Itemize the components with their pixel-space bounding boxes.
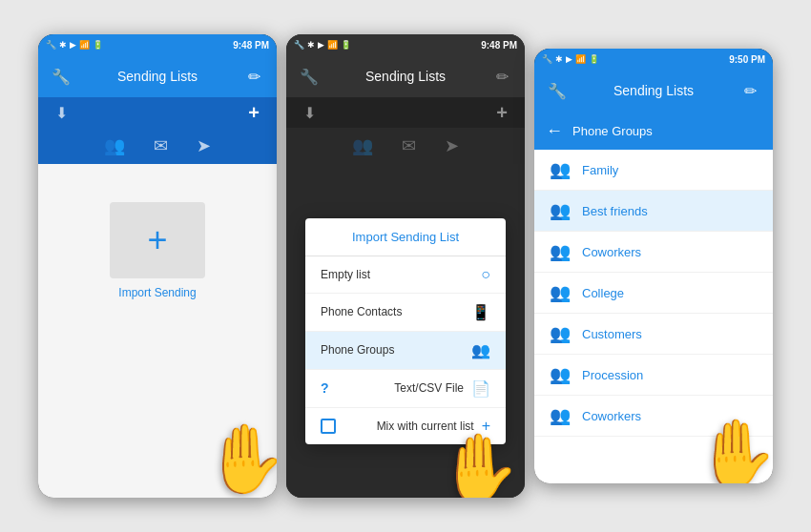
app-title-1: Sending Lists: [73, 69, 242, 84]
status-icon-bt-3: ✱: [555, 54, 563, 64]
people-icon-dialog: 👥: [471, 341, 490, 359]
status-signal-3: ▶: [566, 54, 572, 64]
app-title-3: Sending Lists: [569, 83, 738, 98]
status-battery: 🔋: [93, 40, 103, 50]
status-signal-2: ▶: [318, 40, 324, 50]
pencil-icon-3[interactable]: ✏: [738, 79, 761, 102]
status-left-1: 🔧 ✱ ▶ 📶 🔋: [46, 40, 103, 50]
second-bar-1: ⬇ +: [38, 97, 277, 128]
status-bar-2: 🔧 ✱ ▶ 📶 🔋 9:48 PM: [286, 34, 525, 55]
status-left-2: 🔧 ✱ ▶ 📶 🔋: [294, 40, 351, 50]
people-icon-bestfriends: 👥: [550, 200, 571, 221]
csv-label: Text/CSV File: [329, 381, 464, 395]
import-label-1: Import Sending: [118, 286, 196, 299]
status-bars-2: 📶: [327, 40, 338, 50]
people-icon-coworkers1: 👥: [550, 241, 571, 262]
phone-1: 🔧 ✱ ▶ 📶 🔋 9:48 PM 🔧 Sending Lists ✏ ⬇ + …: [38, 34, 277, 498]
question-icon: ?: [321, 380, 329, 396]
status-signal-bars: 📶: [79, 40, 90, 50]
people-icon-coworkers2: 👥: [550, 405, 571, 426]
people-icon-procession: 👥: [550, 364, 571, 385]
app-bar-3: 🔧 Sending Lists ✏: [534, 70, 773, 112]
tab-mail-1[interactable]: ✉: [154, 135, 168, 156]
dialog-item-groups[interactable]: Phone Groups 👥: [305, 332, 506, 370]
list-text-college: College: [582, 286, 624, 300]
plus-icon-1: +: [147, 223, 167, 257]
people-icon-customers: 👥: [550, 323, 571, 344]
back-icon-3[interactable]: ←: [546, 121, 563, 141]
list-item-coworkers2[interactable]: 👥 Coworkers: [534, 396, 773, 437]
phone-icon: 📱: [471, 303, 490, 321]
app-title-2: Sending Lists: [321, 69, 490, 84]
status-icon-wrench: 🔧: [46, 40, 56, 50]
status-icon-bt-2: ✱: [307, 40, 315, 50]
tab-bar-2: 👥 ✉ ➤: [286, 128, 525, 164]
phone-contacts-label: Phone Contacts: [321, 305, 402, 318]
dialog-item-contacts[interactable]: Phone Contacts 📱: [305, 294, 506, 332]
status-left-3: 🔧 ✱ ▶ 📶 🔋: [542, 54, 599, 64]
people-icon-family: 👥: [550, 159, 571, 180]
wrench-icon-1[interactable]: 🔧: [50, 65, 73, 88]
file-icon: 📄: [471, 379, 490, 398]
dialog-item-empty[interactable]: Empty list ○: [305, 256, 506, 294]
add-icon-1[interactable]: +: [242, 101, 265, 124]
status-battery-2: 🔋: [341, 40, 351, 50]
pencil-icon-2[interactable]: ✏: [490, 65, 513, 88]
hand-cursor-1: 🤚: [203, 419, 277, 498]
dialog-box: Import Sending List Empty list ○ Phone C…: [305, 218, 506, 444]
status-bar-3: 🔧 ✱ ▶ 📶 🔋 9:50 PM: [534, 49, 773, 70]
list-text-procession: Procession: [582, 368, 643, 382]
status-icon-bt: ✱: [59, 40, 67, 50]
import-area-1: + Import Sending: [38, 164, 277, 338]
down-icon-2[interactable]: ⬇: [298, 101, 321, 124]
status-icon-wrench-2: 🔧: [294, 40, 304, 50]
status-time-3: 9:50 PM: [729, 54, 765, 65]
list-item-family[interactable]: 👥 Family: [534, 150, 773, 191]
phone-3: 🔧 ✱ ▶ 📶 🔋 9:50 PM 🔧 Sending Lists ✏ ← Ph…: [534, 49, 773, 483]
tab-send-1[interactable]: ➤: [197, 135, 211, 156]
list-text-coworkers1: Coworkers: [582, 245, 641, 259]
status-battery-3: 🔋: [589, 54, 599, 64]
tab-send-2[interactable]: ➤: [445, 135, 459, 156]
checkbox-icon: [321, 419, 336, 434]
second-bar-2: ⬇ +: [286, 97, 525, 128]
dialog-item-csv[interactable]: ? Text/CSV File 📄: [305, 370, 506, 408]
list-item-coworkers1[interactable]: 👥 Coworkers: [534, 232, 773, 273]
screenshots-container: 🔧 ✱ ▶ 📶 🔋 9:48 PM 🔧 Sending Lists ✏ ⬇ + …: [19, 15, 792, 517]
down-icon-1[interactable]: ⬇: [50, 101, 73, 124]
list-text-family: Family: [582, 163, 618, 177]
tab-people-1[interactable]: 👥: [104, 135, 125, 156]
add-icon-2[interactable]: +: [490, 101, 513, 124]
dialog-overlay: Import Sending List Empty list ○ Phone C…: [286, 164, 525, 498]
status-icon-signal: ▶: [70, 40, 76, 50]
dialog-item-mix[interactable]: Mix with current list +: [305, 408, 506, 444]
back-title-3: Phone Groups: [572, 124, 653, 138]
mix-right-icon: +: [482, 418, 490, 435]
app-bar-1: 🔧 Sending Lists ✏: [38, 55, 277, 97]
list-item-bestfriends[interactable]: 👥 Best friends: [534, 191, 773, 232]
wrench-icon-2[interactable]: 🔧: [298, 65, 321, 88]
screen-content-1: + Import Sending 🤚: [38, 164, 277, 498]
status-icon-wrench-3: 🔧: [542, 54, 552, 64]
phone-groups-label: Phone Groups: [321, 343, 394, 357]
import-box-1[interactable]: +: [110, 202, 205, 278]
phone-2: 🔧 ✱ ▶ 📶 🔋 9:48 PM 🔧 Sending Lists ✏ ⬇ + …: [286, 34, 525, 498]
list-text-coworkers2: Coworkers: [582, 409, 641, 423]
list-text-customers: Customers: [582, 327, 642, 341]
screen-content-3: 👥 Family 👥 Best friends 👥 Coworkers 👥 Co…: [534, 150, 773, 483]
status-bars-3: 📶: [575, 54, 586, 64]
list-item-college[interactable]: 👥 College: [534, 273, 773, 314]
pencil-icon-1[interactable]: ✏: [242, 65, 265, 88]
circle-icon: ○: [481, 266, 490, 283]
screen-content-2: Import Sending List Empty list ○ Phone C…: [286, 164, 525, 498]
people-icon-college: 👥: [550, 282, 571, 303]
list-item-customers[interactable]: 👥 Customers: [534, 314, 773, 355]
empty-list-label: Empty list: [321, 268, 370, 281]
list-item-procession[interactable]: 👥 Procession: [534, 355, 773, 396]
mix-label: Mix with current list: [336, 419, 474, 433]
tab-bar-1: 👥 ✉ ➤: [38, 128, 277, 164]
tab-people-2[interactable]: 👥: [352, 135, 373, 156]
back-bar-3: ← Phone Groups: [534, 112, 773, 150]
tab-mail-2[interactable]: ✉: [402, 135, 416, 156]
wrench-icon-3[interactable]: 🔧: [546, 79, 569, 102]
